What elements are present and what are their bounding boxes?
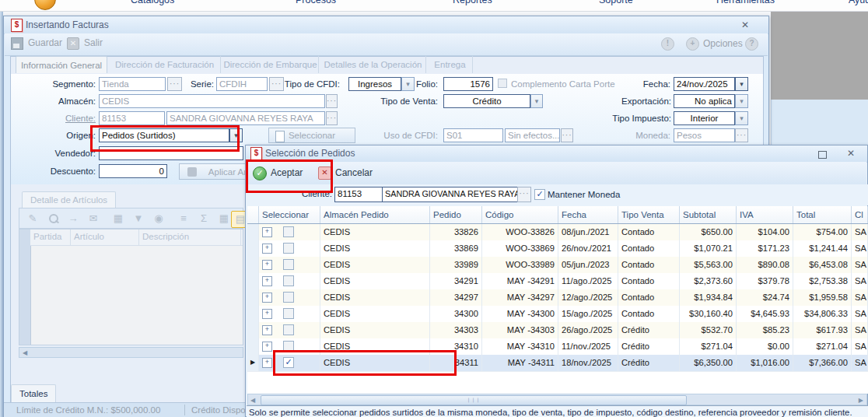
tipo-venta-dropdown-icon[interactable]: ▾: [530, 94, 543, 108]
tipo-impuesto-dropdown-icon[interactable]: ▾: [735, 111, 748, 125]
cliente-nombre-field[interactable]: SANDRA GIOVANNA REYES RAYA: [166, 111, 325, 125]
row-select-cell[interactable]: +: [259, 224, 320, 240]
dialog-cliente-codigo[interactable]: 81153: [334, 187, 387, 202]
tab-detalle-articulos[interactable]: Detalle de Artículos: [22, 191, 116, 208]
tab-detalles-de-la-operaci-n[interactable]: Detalles de la Operación: [320, 56, 426, 73]
row-select-cell[interactable]: +: [259, 289, 320, 306]
almacen-lookup-button[interactable]: ···: [326, 94, 338, 108]
serie-field[interactable]: CFDIH: [216, 77, 268, 91]
row-checkbox[interactable]: [283, 292, 294, 303]
fecha-field[interactable]: 24/nov./2025: [674, 77, 735, 91]
tab-entrega[interactable]: Entrega: [428, 56, 473, 73]
header-almac-n-pedido[interactable]: Almacén Pedido: [320, 206, 430, 223]
table-row[interactable]: +CEDIS34300MAY -3430015/ago./2025Contado…: [247, 306, 868, 323]
row-select-cell[interactable]: +: [259, 273, 320, 289]
header-total[interactable]: Total: [793, 206, 852, 223]
edit-icon[interactable]: ✎: [24, 211, 41, 226]
dialog-scroll-left-icon[interactable]: ◀: [250, 395, 255, 405]
header-tipo-venta[interactable]: Tipo Venta: [618, 206, 680, 223]
header-iva[interactable]: IVA: [737, 206, 793, 223]
search-icon[interactable]: [44, 211, 61, 226]
table-row[interactable]: +CEDIS33826WOO-3382608/jun./2021Contado$…: [247, 224, 868, 241]
table-row[interactable]: +CEDIS33989WOO-3398905/jun./2023Contado$…: [247, 257, 868, 274]
dialog-scroll-right-icon[interactable]: ▶: [859, 395, 863, 405]
header-subtotal[interactable]: Subtotal: [680, 206, 737, 223]
row-select-cell[interactable]: +: [259, 322, 320, 338]
dialog-hscrollbar[interactable]: ◀ ❘❘❘ ▶: [247, 394, 867, 405]
table-row[interactable]: +CEDIS34291MAY -3429111/ago./2025Contado…: [247, 273, 868, 290]
cliente-link-label[interactable]: Cliente:: [26, 114, 96, 126]
menu-item-catlogos[interactable]: Catálogos: [131, 0, 174, 5]
menu-item-ayuda[interactable]: Ayuda: [849, 0, 868, 5]
mail-icon[interactable]: ✉: [85, 211, 102, 226]
table-row[interactable]: +CEDIS33869WOO-3386926/nov./2021Contado$…: [247, 240, 868, 258]
exportacion-dropdown-icon[interactable]: ▾: [735, 94, 748, 108]
info-icon[interactable]: !: [661, 37, 674, 51]
header-seleccionar[interactable]: Seleccionar: [259, 206, 320, 223]
table-row[interactable]: +CEDIS34303MAY -3430326/ago./2025Crédito…: [247, 322, 868, 339]
almacen-field[interactable]: CEDIS: [99, 94, 325, 108]
seleccionar-button[interactable]: Seleccionar: [268, 128, 355, 143]
expand-icon[interactable]: +: [262, 309, 272, 319]
folio-field[interactable]: 1576: [443, 77, 493, 91]
help-icon[interactable]: ?: [745, 37, 758, 51]
tipo-impuesto-field[interactable]: Interior: [674, 111, 735, 125]
expand-icon[interactable]: +: [262, 342, 272, 352]
row-select-cell[interactable]: +: [259, 306, 320, 322]
row-checkbox[interactable]: [283, 243, 294, 254]
row-checkbox[interactable]: [283, 226, 294, 237]
table-filter-icon[interactable]: ▦: [110, 211, 127, 226]
row-select-cell[interactable]: +: [259, 240, 320, 257]
expand-icon[interactable]: +: [262, 325, 272, 335]
header-indicator[interactable]: [247, 206, 259, 223]
expand-icon[interactable]: +: [262, 276, 272, 286]
menu-item-soporte[interactable]: Soporte: [599, 0, 633, 5]
moneda-field[interactable]: Pesos: [674, 128, 735, 142]
menu-item-reportes[interactable]: Reportes: [453, 0, 492, 5]
expand-icon[interactable]: +: [262, 358, 272, 368]
scroll-left-icon[interactable]: ◀: [23, 348, 27, 358]
dialog-close-icon[interactable]: ✕: [847, 148, 855, 159]
expand-icon[interactable]: +: [262, 293, 272, 303]
row-checkbox[interactable]: [283, 259, 294, 270]
moneda-lookup-button[interactable]: ···: [735, 128, 748, 142]
cliente-codigo-field[interactable]: 81153: [99, 111, 165, 125]
add-options-icon[interactable]: +: [686, 37, 699, 51]
restore-icon[interactable]: [818, 151, 827, 159]
row-checkbox[interactable]: [283, 308, 294, 319]
dialog-scroll-thumb[interactable]: ❘❘❘: [261, 395, 687, 405]
dialog-cliente-lookup-button[interactable]: ···: [517, 187, 531, 202]
tab-informaci-n-general[interactable]: Información General: [16, 56, 107, 73]
tab-totales[interactable]: Totales: [11, 384, 56, 402]
row-checkbox[interactable]: [283, 275, 294, 286]
expand-icon[interactable]: +: [262, 244, 272, 254]
header-fecha[interactable]: Fecha: [558, 206, 618, 223]
tipo-venta-combo[interactable]: Crédito: [443, 94, 530, 108]
opciones-label[interactable]: Opciones: [703, 38, 743, 49]
row-select-cell[interactable]: +: [259, 257, 320, 273]
main-close-icon[interactable]: ✕: [741, 19, 749, 30]
table-row[interactable]: +CEDIS34297MAY -3429712/ago./2025Contado…: [247, 289, 868, 307]
exportacion-field[interactable]: No aplica: [674, 94, 735, 108]
tab-direcci-n-de-facturaci-n[interactable]: Dirección de Facturación: [109, 56, 221, 73]
print-preview-icon[interactable]: ◉: [150, 211, 167, 226]
header-c-digo[interactable]: Código: [482, 206, 558, 223]
segmento-field[interactable]: Tienda: [99, 77, 166, 91]
fecha-dropdown-icon[interactable]: ▾: [735, 77, 748, 91]
dialog-cliente-nombre[interactable]: SANDRA GIOVANNA REYES RAYA: [382, 187, 523, 202]
send-icon[interactable]: →: [65, 211, 82, 226]
merge-rows-icon[interactable]: ≡: [175, 211, 192, 226]
grid-icon[interactable]: ▦: [215, 211, 233, 226]
header-cl[interactable]: Cl: [852, 206, 868, 223]
funnel-icon[interactable]: ▼: [130, 211, 147, 226]
app-logo-icon[interactable]: [34, 0, 56, 10]
menu-item-procesos[interactable]: Procesos: [296, 0, 336, 5]
cliente-lookup-button[interactable]: ···: [326, 111, 338, 125]
uso-cfdi-desc-field[interactable]: Sin efectos...: [505, 128, 560, 142]
tab-direcci-n-de-embarque[interactable]: Dirección de Embarque: [222, 56, 319, 73]
mantener-moneda-checkbox[interactable]: ✓: [534, 189, 545, 200]
detalle-hscrollbar[interactable]: ◀: [19, 347, 243, 358]
carta-porte-checkbox[interactable]: [498, 79, 507, 88]
header-pedido[interactable]: Pedido: [430, 206, 482, 223]
menu-item-herramientas[interactable]: Herramientas: [716, 0, 775, 5]
